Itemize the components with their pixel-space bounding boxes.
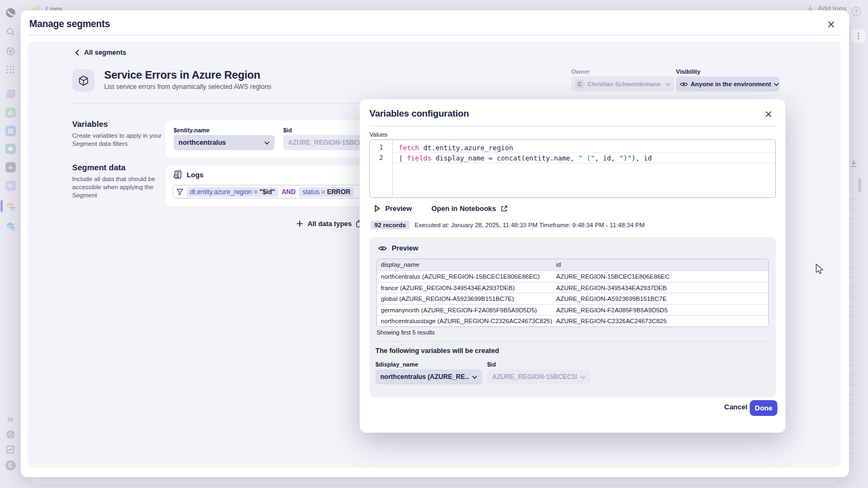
code-line-1: fetch dt.entity.azure_region [393,143,775,153]
chevron-down-icon [580,375,585,379]
entity-name-label: $entity.name [174,127,209,133]
preview-header: Preview [378,244,418,252]
filter-chip-2[interactable]: status = ERROR [299,187,354,197]
variables-description: Create variables to apply in your Segmen… [72,132,170,148]
segment-data-heading: Segment data [72,163,164,172]
back-all-segments-link[interactable]: All segments [75,49,126,56]
svg-text:LOG: LOG [174,176,178,178]
svg-text:NEW: NEW [10,228,16,230]
all-data-types-button[interactable]: All data types [296,220,364,228]
cancel-button[interactable]: Cancel [724,403,748,411]
preview-run-button[interactable]: Preview [374,204,412,213]
id-label: $id [283,127,292,133]
expand-sidebar-icon [5,414,16,425]
active-app-indicator [1,200,3,212]
modal-header-divider [28,35,841,35]
modal-title: Manage segments [29,18,110,30]
dialog-title: Variables configuration [369,108,469,119]
id-var-select: AZURE_REGION-15BCEC1E… [487,369,590,384]
preview-table: display_name id northcentralus (AZURE_RE… [376,259,769,327]
divider [376,341,769,342]
smartscape-app-icon [5,107,16,118]
variables-configuration-dialog: Variables configuration Values 1 2 fetch… [360,99,786,433]
display-name-var-select[interactable]: northcentralus (AZURE_RE… [375,369,482,384]
chevron-down-icon [774,82,779,86]
help-icon: ? [852,7,861,16]
metrics-app-icon: a| [5,162,16,172]
user-avatar: C [5,460,16,471]
search-icon [5,26,16,37]
automations-icon [5,46,16,56]
sidebar: a| lo NEW NEW C [0,0,21,488]
kebab-menu-icon [851,29,865,43]
modal-close-button[interactable] [824,17,838,31]
id-var-label: $id [487,361,496,368]
dashboards-app-icon [5,125,16,136]
segments-app-icon: NEW [5,200,16,211]
variables-heading: Variables [72,119,170,129]
clouds-app-icon [5,88,16,99]
owner-select: C Christian Schwendemann [571,76,674,92]
table-row: northcentralus (AZURE_REGION-15BCEC1E806… [377,271,768,282]
chevron-down-icon [665,82,671,86]
download-icon [850,159,858,170]
filter-chip-1[interactable]: dt.entity.azure_region = "$id" [187,187,278,197]
segment-icon [72,69,94,92]
records-count-badge: 92 records [371,221,410,229]
code-line-2: | fields display_name = concat(entity.na… [393,153,775,163]
chevron-left-icon [75,49,80,56]
dynatrace-logo-icon [5,7,16,18]
eye-icon [378,245,387,252]
variables-section-header: Variables Create variables to apply in y… [72,119,170,148]
kubernetes-app-icon [5,143,16,154]
screen: Logs Add logs ? [0,0,868,488]
play-icon [374,205,380,212]
owner-avatar: C [575,79,585,89]
display-name-var-label: $display_name [375,361,418,368]
owner-label: Owner [571,68,590,75]
eye-icon [680,81,688,87]
table-row: germanynorth (AZURE_REGION-F2A085F9B5A9D… [377,304,768,316]
table-row: global (AZURE_REGION-A5923699B151BC7E)AZ… [377,293,768,304]
apps-grid-icon [5,64,16,75]
mouse-cursor [815,264,826,275]
table-footer: Showing first 5 results [376,329,435,336]
table-header: display_name id [377,259,768,271]
visibility-label: Visibility [676,68,700,75]
entity-name-select[interactable]: northcentralus [174,135,275,150]
variables-created-heading: The following variables will be created [375,347,499,355]
values-label: Values [369,131,387,138]
segment-data-description: Include all data that should be accessib… [72,175,164,200]
done-button[interactable]: Done [750,400,777,416]
plus-icon [296,220,303,227]
svg-text:NEW: NEW [10,208,16,210]
segment-data-section-header: Segment data Include all data that shoul… [72,163,164,200]
visibility-select[interactable]: Anyone in the environment [676,76,780,92]
table-row: france (AZURE_REGION-3495434EA2937DEB)AZ… [377,282,768,293]
table-row: northcentralusstage (AZURE_REGION-C2326A… [377,315,768,326]
preview-card: Preview display_name id northcentralus (… [369,237,776,397]
dialog-close-button[interactable] [761,107,775,121]
external-link-icon [501,205,508,212]
chevron-down-icon [472,375,477,379]
logs-sidebar-icon: lo [5,180,16,191]
open-in-notebooks-button[interactable]: Open in Notebooks [431,204,508,213]
dql-editor[interactable]: 1 2 fetch dt.entity.azure_region | field… [369,139,776,198]
segment-subtitle: List service errors from dynamically sel… [104,83,271,91]
segment-title: Service Errors in Azure Region [104,69,260,81]
execution-info: Executed at: January 28, 2025, 11:48:33 … [414,222,644,228]
editor-gutter: 1 2 [370,140,393,197]
chevron-down-icon [264,141,270,145]
scrollbar-thumb[interactable] [858,178,861,192]
filter-operator: AND [282,188,296,196]
logs-datasource-icon: LOG [174,170,182,179]
editor-code[interactable]: fetch dt.entity.azure_region | fields di… [393,140,775,197]
datasource-name: Logs [187,171,203,179]
insights-icon [5,444,16,455]
dialog-header-divider [369,126,776,126]
help-lifebuoy-icon [5,429,16,440]
filter-icon [176,188,183,195]
tracing-app-icon: NEW [5,220,16,231]
